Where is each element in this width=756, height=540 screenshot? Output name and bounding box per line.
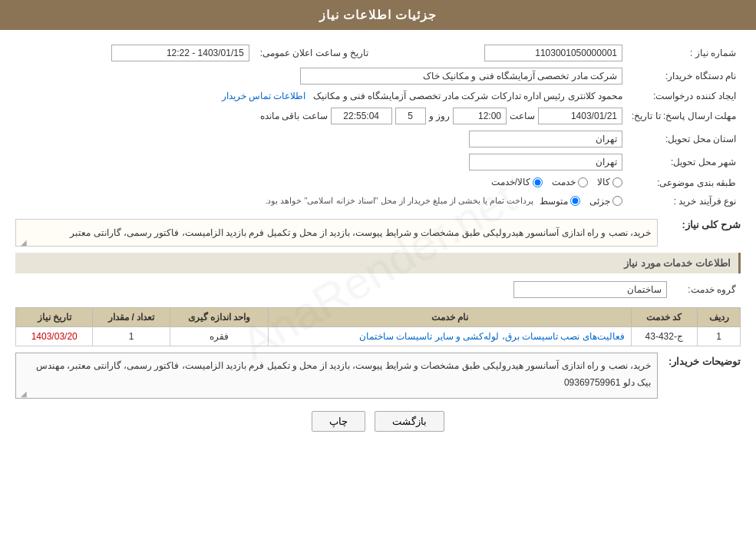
farayand-mottaset-label: متوسط (540, 196, 568, 207)
ostan-input: تهران (469, 131, 622, 147)
mohlat-date-input: 1403/01/21 (538, 108, 622, 124)
ijad-konande-value: محمود کلانتری رئیس اداره تدارکات شرکت ما… (15, 88, 627, 104)
tabaqe-kala-khadamat-option[interactable]: کالا/خدمت (491, 177, 543, 187)
main-info-table: شماره نیاز : 1103001050000001 تاریخ و سا… (15, 41, 741, 210)
shomare-niaz-label: شماره نیاز : (627, 41, 741, 65)
tarikhe-input: 1403/01/15 - 12:22 (111, 45, 249, 61)
page-title: جزئیات اطلاعات نیاز (319, 8, 437, 22)
col-vahed: واحد اندازه گیری (170, 308, 269, 327)
mohlat-saat-input: 12:00 (453, 108, 507, 124)
ijad-konande-text: محمود کلانتری رئیس اداره تدارکات شرکت ما… (313, 91, 622, 101)
towzih-label: توضیحات خریدار: (664, 353, 741, 367)
sharh-label: شرح کلی نیاز: (664, 216, 741, 230)
tabaqe-kala-khadamat-radio[interactable] (533, 177, 543, 187)
farayand-jazzi-radio[interactable] (612, 196, 622, 206)
nav-farayand-row: جزئی متوسط پرداخت تمام یا بخشی از مبلغ خ… (15, 193, 627, 210)
towzih-box: خرید، نصب و راه اندازی آسانسور هیدرولیکی… (15, 353, 658, 399)
col-tarikh: تاریخ نیاز (16, 308, 93, 327)
tabaqe-khadamat-option[interactable]: خدمت (552, 177, 588, 187)
farayand-jazzi-label: جزئی (589, 196, 610, 207)
farayand-note: پرداخت تمام یا بخشی از مبلغ خریدار از مح… (265, 196, 533, 206)
nam-dastgah-value: شرکت مادر تخصصی آزمایشگاه فنی و مکانیک خ… (15, 65, 627, 88)
garoh-table: گروه خدمت: ساختمان (15, 278, 741, 301)
farayand-mottaset-radio[interactable] (570, 196, 580, 206)
khadamat-table: ردیف کد خدمت نام خدمت واحد اندازه گیری ت… (15, 307, 741, 346)
col-radif: ردیف (698, 308, 741, 327)
sharh-box: خرید، نصب و راه اندازی آسانسور هیدرولیکی… (15, 219, 658, 247)
mohlat-row: 1403/01/21 ساعت 12:00 روز و 5 22:55:04 س… (15, 104, 627, 128)
nav-farayand-label: نوع فرآیند خرید : (627, 193, 741, 210)
cell-tedad: 1 (93, 327, 170, 346)
table-row: 1 ج-432-43 فعالیت‌های نصب تاسیسات برق، ل… (16, 327, 741, 346)
col-kod: کد خدمت (631, 308, 697, 327)
mohlat-label: مهلت ارسال پاسخ: تا تاریخ: (627, 104, 741, 128)
mohlat-mande-label: ساعت باقی مانده (260, 111, 328, 121)
farayand-mottaset-option[interactable]: متوسط (540, 196, 580, 207)
mohlat-roz-label: روز و (429, 111, 450, 121)
back-button[interactable]: بازگشت (375, 411, 444, 432)
garoh-khadamat-input: ساختمان (513, 281, 667, 298)
col-nam: نام خدمت (269, 308, 631, 327)
cell-vahed: فقره (170, 327, 269, 346)
cell-radif: 1 (698, 327, 741, 346)
nam-dastgah-input: شرکت مادر تخصصی آزمایشگاه فنی و مکانیک خ… (300, 68, 622, 84)
shomare-niaz-input: 1103001050000001 (484, 45, 622, 61)
tabaqe-khadamat-radio[interactable] (578, 177, 588, 187)
tarikhe-label: تاریخ و ساعت اعلان عمومی: (254, 41, 374, 65)
ijad-konande-label: ایجاد کننده درخواست: (627, 88, 741, 104)
garoh-khadamat-label: گروه خدمت: (672, 278, 741, 301)
garoh-khadamat-value: ساختمان (15, 278, 672, 301)
towzih-resize[interactable]: ◢ (18, 387, 27, 396)
ostan-label: استان محل تحویل: (627, 128, 741, 151)
ostan-value: تهران (15, 128, 627, 151)
mohlat-mande-input: 22:55:04 (331, 108, 392, 124)
button-row: بازگشت چاپ (15, 411, 741, 432)
towzih-text: خرید، نصب و راه اندازی آسانسور هیدرولیکی… (36, 360, 651, 388)
shahr-input: تهران (469, 154, 622, 171)
tabaqe-kala-radio[interactable] (612, 177, 622, 187)
cell-nam: فعالیت‌های نصب تاسیسات برق، لوله‌کشی و س… (269, 327, 631, 346)
page-header: جزئیات اطلاعات نیاز (0, 0, 756, 30)
cell-kod: ج-432-43 (631, 327, 697, 346)
etelaat-khadamat-title: اطلاعات خدمات مورد نیاز (15, 253, 741, 273)
tabaqe-kala-label: کالا (597, 177, 610, 187)
sharh-text: خرید، نصب و راه اندازی آسانسور هیدرولیکی… (70, 227, 651, 238)
print-button[interactable]: چاپ (312, 411, 365, 432)
mohlat-saat-label: ساعت (510, 111, 535, 121)
tabaqe-row: کالا خدمت کالا/خدمت (15, 174, 627, 193)
tabaqe-kala-option[interactable]: کالا (597, 177, 622, 187)
tabaqe-label: طبقه بندی موضوعی: (627, 174, 741, 193)
nam-dastgah-label: نام دستگاه خریدار: (627, 65, 741, 88)
col-tedad: تعداد / مقدار (93, 308, 170, 327)
mohlat-roz-input: 5 (395, 108, 426, 124)
cell-tarikh: 1403/03/20 (16, 327, 93, 346)
resize-handle[interactable]: ◢ (18, 235, 27, 244)
tabaqe-kala-khadamat-label: کالا/خدمت (491, 177, 530, 187)
farayand-jazzi-option[interactable]: جزئی (589, 196, 622, 207)
shomare-niaz-value: 1103001050000001 (388, 41, 627, 65)
tabaqe-khadamat-label: خدمت (552, 177, 576, 187)
shahr-label: شهر محل تحویل: (627, 151, 741, 174)
tarikhe-value: 1403/01/15 - 12:22 (15, 41, 254, 65)
etela-at-tamas-link[interactable]: اطلاعات تماس خریدار (222, 91, 306, 101)
shahr-value: تهران (15, 151, 627, 174)
